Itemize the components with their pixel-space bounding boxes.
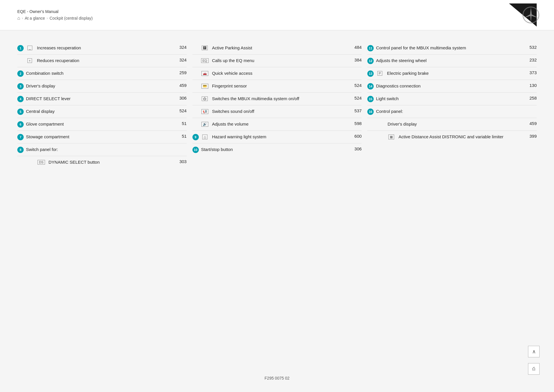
item-page[interactable]: 324 [175, 57, 187, 62]
item-page[interactable]: 51 [175, 121, 187, 126]
home-icon[interactable]: ⌂ [17, 16, 20, 21]
item-icon: ⏻ [201, 96, 210, 102]
list-item: 10Start/stop button306 [192, 143, 362, 156]
item-icon: DS [38, 159, 46, 165]
list-item: 6Glove compartment51 [17, 118, 187, 131]
list-item: 3Driver's display459 [17, 80, 187, 93]
breadcrumb: ⌂ › At a glance › Cockpit (central displ… [17, 16, 93, 21]
item-badge: 14 [367, 83, 374, 89]
item-page[interactable]: 306 [350, 146, 362, 151]
list-item: 📢Switches sound on/off537 [192, 105, 362, 118]
header-logo [491, 3, 537, 27]
list-item: 1⎯Increases recuperation324 [17, 42, 187, 55]
item-page[interactable]: 459 [175, 83, 187, 88]
list-item: ▦Active Distance Assist DISTRONIC and va… [367, 131, 537, 143]
item-badge: 4 [17, 96, 24, 102]
item-icon: 📢 [201, 108, 210, 115]
breadcrumb-sep-1: › [22, 16, 23, 20]
item-badge: 9 [192, 134, 199, 140]
item-text: DYNAMIC SELECT button [48, 159, 175, 165]
item-badge: 1 [17, 45, 24, 51]
item-text: Switches the MBUX multimedia system on/o… [212, 96, 350, 102]
item-text: Combination switch [26, 70, 175, 76]
item-text: Hazard warning light system [212, 134, 350, 140]
item-badge: 16 [367, 109, 374, 115]
item-icon: 🅿 [201, 45, 210, 51]
item-badge: 15 [367, 96, 374, 102]
footer: F295 0075 02 [0, 376, 554, 380]
item-badge: 6 [17, 121, 24, 128]
item-badge: 5 [17, 109, 24, 115]
item-page[interactable]: 130 [525, 83, 537, 88]
list-item: 11Control panel for the MBUX multimedia … [367, 42, 537, 55]
item-page[interactable]: 232 [525, 57, 537, 62]
item-text: DIRECT SELECT lever [26, 96, 175, 102]
list-item: 2Combination switch259 [17, 67, 187, 80]
list-item: Driver's display459 [367, 118, 537, 131]
list-item: 8Switch panel for: [17, 143, 187, 156]
item-text: Quick vehicle access [212, 70, 362, 76]
breadcrumb-level1[interactable]: At a glance [25, 16, 45, 20]
list-item: 🅿Active Parking Assist484 [192, 42, 362, 55]
item-page[interactable]: 373 [525, 70, 537, 75]
item-icon: 💳 [201, 83, 210, 89]
item-text: Active Parking Assist [212, 45, 350, 51]
item-page[interactable]: 51 [175, 134, 187, 139]
item-page[interactable]: 384 [350, 57, 362, 62]
item-icon: ▦ [388, 134, 396, 140]
item-page[interactable]: 600 [350, 134, 362, 139]
column-2: 🅿Active Parking Assist484EQCalls up the … [192, 42, 362, 169]
item-page[interactable]: 524 [175, 108, 187, 113]
list-item: 9△Hazard warning light system600 [192, 131, 362, 143]
item-badge: 11 [367, 45, 374, 51]
item-icon: △ [201, 134, 210, 140]
item-text: Adjusts the volume [212, 121, 350, 127]
item-text: Light switch [376, 96, 525, 102]
column-3: 11Control panel for the MBUX multimedia … [367, 42, 537, 169]
item-page[interactable]: 324 [175, 45, 187, 50]
item-page[interactable]: 532 [525, 45, 537, 50]
item-page[interactable]: 524 [350, 83, 362, 88]
item-text: Adjusts the steering wheel [376, 57, 525, 64]
item-badge: 8 [17, 147, 24, 153]
header-left: EQE - Owner's Manual ⌂ › At a glance › C… [17, 9, 93, 21]
print-button[interactable]: ⎙ [528, 363, 540, 375]
item-page[interactable]: 399 [525, 134, 537, 139]
list-item: 13PElectric parking brake373 [367, 67, 537, 80]
breadcrumb-sep-2: › [47, 16, 48, 20]
item-badge: 2 [17, 70, 24, 77]
item-text: Reduces recuperation [37, 57, 175, 64]
list-item: 🚗Quick vehicle access [192, 67, 362, 80]
main-content: 1⎯Increases recuperation324+Reduces recu… [0, 30, 554, 186]
item-page[interactable]: 484 [350, 45, 362, 50]
item-text: Electric parking brake [387, 70, 525, 76]
header: EQE - Owner's Manual ⌂ › At a glance › C… [0, 0, 554, 30]
list-item: 15Light switch258 [367, 93, 537, 105]
item-page[interactable]: 303 [175, 159, 187, 164]
item-text: Increases recuperation [37, 45, 175, 51]
item-icon: + [26, 57, 35, 64]
scroll-up-button[interactable]: ∧ [528, 346, 540, 357]
item-badge: 7 [17, 134, 24, 140]
item-page[interactable]: 306 [175, 96, 187, 100]
item-text: Stowage compartment [26, 134, 175, 140]
item-text: Control panel: [376, 108, 537, 114]
list-item: 5Central display524 [17, 105, 187, 118]
item-page[interactable]: 598 [350, 121, 362, 126]
item-badge: 10 [192, 147, 199, 153]
item-page[interactable]: 259 [175, 70, 187, 75]
item-page[interactable]: 258 [525, 96, 537, 100]
item-text: Glove compartment [26, 121, 175, 127]
item-page[interactable]: 524 [350, 96, 362, 100]
item-page[interactable]: 537 [350, 108, 362, 113]
item-text: Control panel for the MBUX multimedia sy… [376, 45, 525, 51]
item-icon: EQ [201, 57, 210, 64]
item-page[interactable]: 459 [525, 121, 537, 126]
item-badge: 13 [367, 70, 374, 77]
list-item: 💳Fingerprint sensor524 [192, 80, 362, 93]
item-text: Diagnostics connection [376, 83, 525, 89]
list-item: 🔊Adjusts the volume598 [192, 118, 362, 131]
item-text: Switch panel for: [26, 146, 187, 152]
breadcrumb-level2[interactable]: Cockpit (central display) [50, 16, 93, 20]
list-item: DSDYNAMIC SELECT button303 [17, 156, 187, 169]
